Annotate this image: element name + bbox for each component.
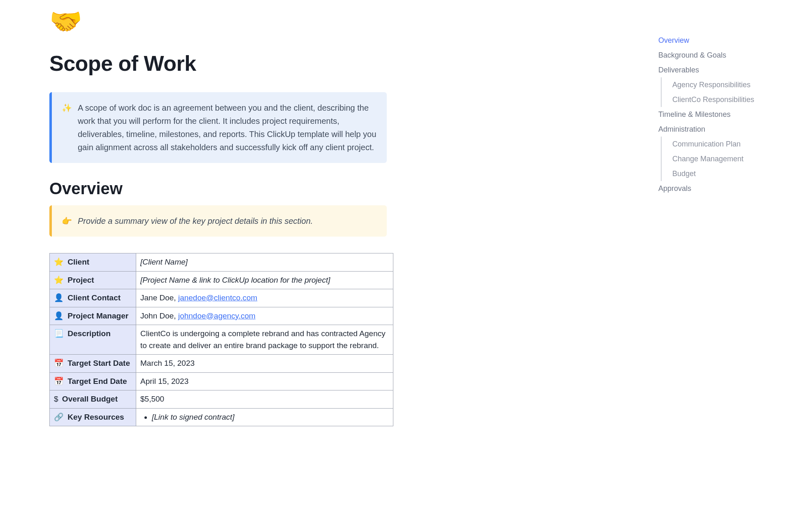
row-label: Client: [67, 258, 89, 266]
table-row[interactable]: $ Overall Budget $5,500: [50, 390, 393, 409]
page-icon: 📃: [54, 329, 64, 338]
table-row[interactable]: ⭐ Project [Project Name & link to ClickU…: [50, 271, 393, 289]
person-icon: 👤: [54, 293, 64, 302]
star-icon: ⭐: [54, 258, 64, 266]
table-of-contents: Overview Background & Goals Deliverables…: [658, 33, 765, 196]
page-title[interactable]: Scope of Work: [49, 51, 387, 76]
row-label: Key Resources: [67, 413, 124, 421]
row-value[interactable]: ClientCo is undergoing a complete rebran…: [140, 329, 386, 350]
overview-table[interactable]: ⭐ Client [Client Name] ⭐ Project [Projec…: [49, 253, 393, 426]
toc-item-clientco-resp[interactable]: ClientCo Responsibilities: [661, 92, 765, 107]
calendar-icon: 📅: [54, 377, 64, 386]
document-body: 🤝 Scope of Work ✨ A scope of work doc is…: [49, 8, 403, 426]
table-row[interactable]: 🔗 Key Resources [Link to signed contract…: [50, 408, 393, 426]
toc-item-overview[interactable]: Overview: [658, 33, 765, 48]
intro-callout-text: A scope of work doc is an agreement betw…: [78, 101, 377, 154]
contact-email-link[interactable]: janedoe@clientco.com: [178, 293, 258, 302]
row-value[interactable]: [Project Name & link to ClickUp location…: [140, 276, 330, 284]
table-row[interactable]: 📅 Target End Date April 15, 2023: [50, 372, 393, 390]
person-icon: 👤: [54, 311, 64, 320]
toc-item-timeline[interactable]: Timeline & Milestones: [658, 107, 765, 122]
row-value[interactable]: March 15, 2023: [140, 359, 195, 367]
row-label: Description: [67, 329, 111, 338]
pm-email-link[interactable]: johndoe@agency.com: [178, 311, 256, 320]
toc-item-agency-resp[interactable]: Agency Responsibilities: [661, 77, 765, 92]
pointing-right-icon: 👉: [62, 214, 72, 228]
table-row[interactable]: 📅 Target Start Date March 15, 2023: [50, 355, 393, 373]
resource-item[interactable]: [Link to signed contract]: [152, 411, 389, 423]
overview-hint-text: Provide a summary view of the key projec…: [78, 214, 313, 228]
contact-name[interactable]: Jane Doe,: [140, 293, 178, 302]
overview-heading[interactable]: Overview: [49, 179, 387, 198]
link-icon: 🔗: [54, 413, 64, 421]
intro-callout[interactable]: ✨ A scope of work doc is an agreement be…: [49, 92, 387, 163]
calendar-icon: 📅: [54, 359, 64, 367]
dollar-icon: $: [54, 395, 58, 403]
toc-item-background[interactable]: Background & Goals: [658, 48, 765, 63]
row-label: Project Manager: [67, 311, 128, 320]
page-icon[interactable]: 🤝: [49, 8, 387, 35]
table-row[interactable]: 👤 Project Manager John Doe, johndoe@agen…: [50, 307, 393, 325]
table-row[interactable]: 👤 Client Contact Jane Doe, janedoe@clien…: [50, 289, 393, 307]
toc-item-approvals[interactable]: Approvals: [658, 181, 765, 196]
row-value[interactable]: April 15, 2023: [140, 377, 188, 386]
toc-item-administration[interactable]: Administration: [658, 122, 765, 137]
table-row[interactable]: 📃 Description ClientCo is undergoing a c…: [50, 325, 393, 355]
toc-item-deliverables[interactable]: Deliverables: [658, 63, 765, 77]
overview-hint-callout[interactable]: 👉 Provide a summary view of the key proj…: [49, 205, 387, 237]
table-row[interactable]: ⭐ Client [Client Name]: [50, 253, 393, 272]
pm-name[interactable]: John Doe,: [140, 311, 178, 320]
sparkle-icon: ✨: [62, 101, 72, 154]
row-value[interactable]: $5,500: [140, 395, 164, 403]
toc-item-budget[interactable]: Budget: [661, 166, 765, 181]
row-label: Overall Budget: [62, 395, 118, 403]
row-label: Target Start Date: [67, 359, 130, 367]
star-icon: ⭐: [54, 276, 64, 284]
toc-item-change-mgmt[interactable]: Change Management: [661, 151, 765, 166]
row-label: Target End Date: [67, 377, 127, 386]
row-label: Project: [67, 276, 94, 284]
row-value[interactable]: [Client Name]: [140, 258, 188, 266]
toc-item-comm-plan[interactable]: Communication Plan: [661, 137, 765, 151]
row-label: Client Contact: [67, 293, 121, 302]
